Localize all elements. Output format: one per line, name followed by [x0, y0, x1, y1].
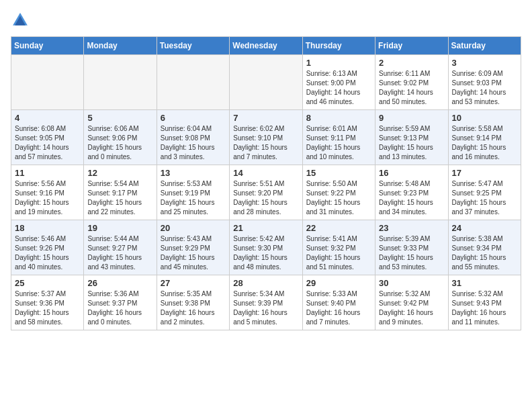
day-number: 1 [306, 58, 371, 68]
day-info: Sunrise: 6:04 AM Sunset: 9:08 PM Dayligh… [161, 124, 226, 162]
calendar-day-cell: 22Sunrise: 5:41 AM Sunset: 9:32 PM Dayli… [302, 220, 375, 275]
weekday-header: Friday [375, 37, 448, 55]
weekday-header: Monday [84, 37, 157, 55]
calendar-day-cell: 30Sunrise: 5:32 AM Sunset: 9:42 PM Dayli… [375, 275, 448, 330]
calendar-day-cell: 27Sunrise: 5:35 AM Sunset: 9:38 PM Dayli… [157, 275, 229, 330]
day-info: Sunrise: 5:47 AM Sunset: 9:25 PM Dayligh… [452, 179, 517, 217]
calendar-header: SundayMondayTuesdayWednesdayThursdayFrid… [11, 37, 521, 55]
day-info: Sunrise: 5:44 AM Sunset: 9:27 PM Dayligh… [87, 234, 152, 272]
day-number: 19 [87, 223, 152, 233]
day-number: 3 [452, 58, 517, 68]
day-number: 11 [15, 168, 80, 178]
calendar-day-cell: 13Sunrise: 5:53 AM Sunset: 9:19 PM Dayli… [157, 165, 229, 220]
calendar-day-cell: 14Sunrise: 5:51 AM Sunset: 9:20 PM Dayli… [230, 165, 302, 220]
day-info: Sunrise: 5:33 AM Sunset: 9:40 PM Dayligh… [306, 289, 371, 327]
calendar-body: 1Sunrise: 6:13 AM Sunset: 9:00 PM Daylig… [11, 55, 521, 330]
day-info: Sunrise: 5:35 AM Sunset: 9:38 PM Dayligh… [161, 289, 226, 327]
calendar-day-cell: 7Sunrise: 6:02 AM Sunset: 9:10 PM Daylig… [230, 110, 302, 165]
day-info: Sunrise: 5:58 AM Sunset: 9:14 PM Dayligh… [452, 124, 517, 162]
day-info: Sunrise: 5:32 AM Sunset: 9:43 PM Dayligh… [452, 289, 517, 327]
day-info: Sunrise: 5:36 AM Sunset: 9:37 PM Dayligh… [87, 289, 152, 327]
page-header [11, 11, 521, 30]
day-number: 17 [452, 168, 517, 178]
day-number: 15 [306, 168, 371, 178]
day-number: 14 [233, 168, 298, 178]
day-number: 5 [87, 113, 152, 123]
calendar-day-cell: 10Sunrise: 5:58 AM Sunset: 9:14 PM Dayli… [448, 110, 521, 165]
day-info: Sunrise: 5:43 AM Sunset: 9:29 PM Dayligh… [161, 234, 226, 272]
weekday-header: Thursday [302, 37, 375, 55]
calendar-table: SundayMondayTuesdayWednesdayThursdayFrid… [11, 36, 521, 330]
day-number: 25 [15, 278, 80, 288]
day-number: 21 [233, 223, 298, 233]
logo [11, 11, 32, 30]
day-info: Sunrise: 5:53 AM Sunset: 9:19 PM Dayligh… [161, 179, 226, 217]
header-row: SundayMondayTuesdayWednesdayThursdayFrid… [11, 37, 521, 55]
calendar-day-cell: 11Sunrise: 5:56 AM Sunset: 9:16 PM Dayli… [11, 165, 84, 220]
calendar-day-cell: 21Sunrise: 5:42 AM Sunset: 9:30 PM Dayli… [230, 220, 302, 275]
calendar-day-cell: 12Sunrise: 5:54 AM Sunset: 9:17 PM Dayli… [84, 165, 157, 220]
day-number: 9 [379, 113, 444, 123]
calendar-day-cell: 16Sunrise: 5:48 AM Sunset: 9:23 PM Dayli… [375, 165, 448, 220]
day-number: 30 [379, 278, 444, 288]
day-number: 13 [161, 168, 226, 178]
day-number: 20 [161, 223, 226, 233]
day-info: Sunrise: 5:39 AM Sunset: 9:33 PM Dayligh… [379, 234, 444, 272]
calendar-day-cell: 2Sunrise: 6:11 AM Sunset: 9:02 PM Daylig… [375, 55, 448, 110]
calendar-day-cell: 5Sunrise: 6:06 AM Sunset: 9:06 PM Daylig… [84, 110, 157, 165]
day-info: Sunrise: 5:37 AM Sunset: 9:36 PM Dayligh… [15, 289, 80, 327]
calendar-day-cell: 26Sunrise: 5:36 AM Sunset: 9:37 PM Dayli… [84, 275, 157, 330]
calendar-day-cell: 19Sunrise: 5:44 AM Sunset: 9:27 PM Dayli… [84, 220, 157, 275]
calendar-day-cell: 18Sunrise: 5:46 AM Sunset: 9:26 PM Dayli… [11, 220, 84, 275]
day-number: 10 [452, 113, 517, 123]
calendar-week-row: 11Sunrise: 5:56 AM Sunset: 9:16 PM Dayli… [11, 165, 521, 220]
calendar-day-cell: 9Sunrise: 5:59 AM Sunset: 9:13 PM Daylig… [375, 110, 448, 165]
calendar-day-cell: 17Sunrise: 5:47 AM Sunset: 9:25 PM Dayli… [448, 165, 521, 220]
calendar-day-cell: 6Sunrise: 6:04 AM Sunset: 9:08 PM Daylig… [157, 110, 229, 165]
calendar-day-cell [84, 55, 157, 110]
day-info: Sunrise: 6:11 AM Sunset: 9:02 PM Dayligh… [379, 69, 444, 107]
day-info: Sunrise: 6:01 AM Sunset: 9:11 PM Dayligh… [306, 124, 371, 162]
day-info: Sunrise: 5:50 AM Sunset: 9:22 PM Dayligh… [306, 179, 371, 217]
day-info: Sunrise: 6:06 AM Sunset: 9:06 PM Dayligh… [87, 124, 152, 162]
day-info: Sunrise: 5:32 AM Sunset: 9:42 PM Dayligh… [379, 289, 444, 327]
day-number: 2 [379, 58, 444, 68]
weekday-header: Tuesday [157, 37, 229, 55]
day-number: 7 [233, 113, 298, 123]
day-info: Sunrise: 5:46 AM Sunset: 9:26 PM Dayligh… [15, 234, 80, 272]
day-number: 24 [452, 223, 517, 233]
day-info: Sunrise: 6:09 AM Sunset: 9:03 PM Dayligh… [452, 69, 517, 107]
calendar-day-cell [157, 55, 229, 110]
day-number: 4 [15, 113, 80, 123]
calendar-week-row: 18Sunrise: 5:46 AM Sunset: 9:26 PM Dayli… [11, 220, 521, 275]
day-info: Sunrise: 6:02 AM Sunset: 9:10 PM Dayligh… [233, 124, 298, 162]
day-number: 26 [87, 278, 152, 288]
calendar-week-row: 25Sunrise: 5:37 AM Sunset: 9:36 PM Dayli… [11, 275, 521, 330]
day-info: Sunrise: 5:54 AM Sunset: 9:17 PM Dayligh… [87, 179, 152, 217]
calendar-week-row: 4Sunrise: 6:08 AM Sunset: 9:05 PM Daylig… [11, 110, 521, 165]
day-info: Sunrise: 5:48 AM Sunset: 9:23 PM Dayligh… [379, 179, 444, 217]
weekday-header: Saturday [448, 37, 521, 55]
day-info: Sunrise: 5:42 AM Sunset: 9:30 PM Dayligh… [233, 234, 298, 272]
calendar-day-cell [11, 55, 84, 110]
weekday-header: Sunday [11, 37, 84, 55]
calendar-day-cell: 1Sunrise: 6:13 AM Sunset: 9:00 PM Daylig… [302, 55, 375, 110]
day-number: 31 [452, 278, 517, 288]
calendar-day-cell: 20Sunrise: 5:43 AM Sunset: 9:29 PM Dayli… [157, 220, 229, 275]
calendar-day-cell: 28Sunrise: 5:34 AM Sunset: 9:39 PM Dayli… [230, 275, 302, 330]
day-number: 8 [306, 113, 371, 123]
day-number: 6 [161, 113, 226, 123]
calendar-week-row: 1Sunrise: 6:13 AM Sunset: 9:00 PM Daylig… [11, 55, 521, 110]
day-number: 27 [161, 278, 226, 288]
day-number: 29 [306, 278, 371, 288]
day-info: Sunrise: 5:59 AM Sunset: 9:13 PM Dayligh… [379, 124, 444, 162]
calendar-day-cell: 4Sunrise: 6:08 AM Sunset: 9:05 PM Daylig… [11, 110, 84, 165]
calendar-day-cell: 29Sunrise: 5:33 AM Sunset: 9:40 PM Dayli… [302, 275, 375, 330]
day-number: 18 [15, 223, 80, 233]
day-info: Sunrise: 5:51 AM Sunset: 9:20 PM Dayligh… [233, 179, 298, 217]
day-info: Sunrise: 5:34 AM Sunset: 9:39 PM Dayligh… [233, 289, 298, 327]
calendar-day-cell: 23Sunrise: 5:39 AM Sunset: 9:33 PM Dayli… [375, 220, 448, 275]
logo-icon [11, 11, 30, 30]
day-info: Sunrise: 6:13 AM Sunset: 9:00 PM Dayligh… [306, 69, 371, 107]
calendar-day-cell [230, 55, 302, 110]
